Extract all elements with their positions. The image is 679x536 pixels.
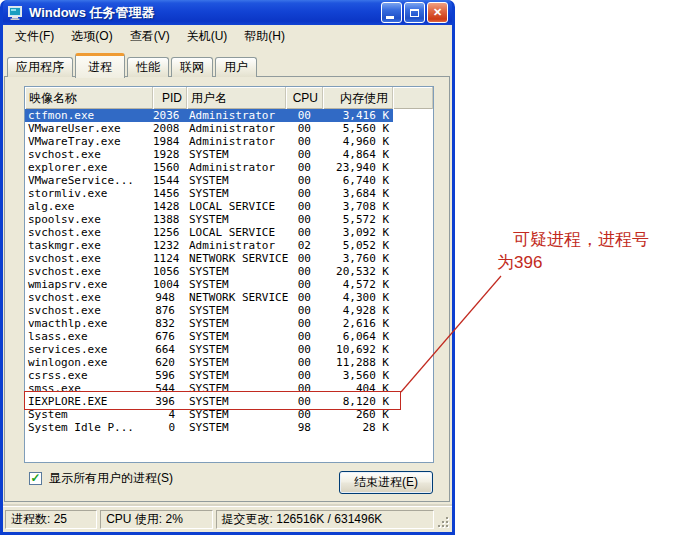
table-row[interactable]: svchost.exe 1256 LOCAL SERVICE 00 3,092 … — [25, 226, 433, 239]
end-process-button[interactable]: 结束进程(E) — [339, 471, 433, 494]
processes-tab-page: 映像名称PID用户名CPU内存使用 ctfmon.exe 2036 Admini… — [4, 76, 450, 502]
status-commit-charge: 提交更改: 126516K / 631496K — [216, 510, 435, 529]
table-row[interactable]: csrss.exe 596 SYSTEM 00 3,560 K — [25, 369, 433, 382]
menu-item[interactable]: 帮助(H) — [237, 26, 295, 47]
cell-extra — [393, 291, 433, 304]
cell-mem-usage: 28 K — [323, 421, 393, 434]
cell-extra — [393, 395, 433, 408]
table-row[interactable]: taskmgr.exe 1232 Administrator 02 5,052 … — [25, 239, 433, 252]
cell-cpu: 00 — [286, 213, 323, 226]
cell-mem-usage: 5,052 K — [323, 239, 393, 252]
minimize-button[interactable] — [381, 2, 402, 23]
column-header[interactable]: 用户名 — [187, 87, 286, 109]
cell-mem-usage: 4,300 K — [323, 291, 393, 304]
tab[interactable]: 联网 — [171, 57, 213, 77]
cell-extra — [393, 356, 433, 369]
cell-user-name: SYSTEM — [187, 330, 286, 343]
table-row[interactable]: svchost.exe 1056 SYSTEM 00 20,532 K — [25, 265, 433, 278]
table-row[interactable]: alg.exe 1428 LOCAL SERVICE 00 3,708 K — [25, 200, 433, 213]
table-row[interactable]: winlogon.exe 620 SYSTEM 00 11,288 K — [25, 356, 433, 369]
table-row[interactable]: System Idle P... 0 SYSTEM 98 28 K — [25, 421, 433, 434]
minimize-icon — [386, 16, 394, 19]
table-row[interactable]: vmacthlp.exe 832 SYSTEM 00 2,616 K — [25, 317, 433, 330]
maximize-icon — [410, 9, 419, 17]
cell-mem-usage: 23,940 K — [323, 161, 393, 174]
cell-pid: 4 — [153, 408, 187, 421]
process-list: 映像名称PID用户名CPU内存使用 ctfmon.exe 2036 Admini… — [24, 86, 434, 463]
table-row[interactable]: lsass.exe 676 SYSTEM 00 6,064 K — [25, 330, 433, 343]
table-row[interactable]: VMwareService... 1544 SYSTEM 00 6,740 K — [25, 174, 433, 187]
menu-item[interactable]: 选项(O) — [64, 26, 122, 47]
cell-user-name: SYSTEM — [187, 148, 286, 161]
cell-pid: 544 — [153, 382, 187, 395]
cell-extra — [393, 343, 433, 356]
cell-mem-usage: 11,288 K — [323, 356, 393, 369]
cell-cpu: 00 — [286, 369, 323, 382]
maximize-button[interactable] — [404, 2, 425, 23]
table-row[interactable]: smss.exe 544 SYSTEM 00 404 K — [25, 382, 433, 395]
cell-user-name: SYSTEM — [187, 356, 286, 369]
cell-pid: 1056 — [153, 265, 187, 278]
menu-item[interactable]: 查看(V) — [123, 26, 180, 47]
table-row[interactable]: explorer.exe 1560 Administrator 00 23,94… — [25, 161, 433, 174]
cell-image-name: vmacthlp.exe — [25, 317, 153, 330]
cell-user-name: SYSTEM — [187, 382, 286, 395]
cell-cpu: 00 — [286, 109, 323, 122]
cell-mem-usage: 2,616 K — [323, 317, 393, 330]
cell-extra — [393, 408, 433, 421]
column-header[interactable]: CPU — [286, 87, 323, 109]
cell-pid: 596 — [153, 369, 187, 382]
cell-cpu: 00 — [286, 135, 323, 148]
tab-strip: 应用程序进程性能联网用户 — [7, 52, 257, 77]
table-row[interactable]: stormliv.exe 1456 SYSTEM 00 3,684 K — [25, 187, 433, 200]
table-row[interactable]: svchost.exe 948 NETWORK SERVICE 00 4,300… — [25, 291, 433, 304]
tab[interactable]: 应用程序 — [7, 57, 73, 77]
table-row[interactable]: svchost.exe 1928 SYSTEM 00 4,864 K — [25, 148, 433, 161]
column-header[interactable]: PID — [153, 87, 187, 109]
cell-image-name: explorer.exe — [25, 161, 153, 174]
cell-cpu: 00 — [286, 304, 323, 317]
cell-mem-usage: 260 K — [323, 408, 393, 421]
cell-pid: 832 — [153, 317, 187, 330]
menu-item[interactable]: 关机(U) — [180, 26, 238, 47]
table-row[interactable]: IEXPLORE.EXE 396 SYSTEM 00 8,120 K — [25, 395, 433, 408]
cell-extra — [393, 161, 433, 174]
close-button[interactable]: ✕ — [427, 2, 448, 23]
cell-mem-usage: 3,708 K — [323, 200, 393, 213]
cell-user-name: SYSTEM — [187, 408, 286, 421]
cell-user-name: SYSTEM — [187, 265, 286, 278]
resize-grip[interactable] — [437, 510, 450, 529]
table-row[interactable]: svchost.exe 876 SYSTEM 00 4,928 K — [25, 304, 433, 317]
table-row[interactable]: ctfmon.exe 2036 Administrator 00 3,416 K — [25, 109, 433, 122]
cell-mem-usage: 4,572 K — [323, 278, 393, 291]
column-header[interactable]: 内存使用 — [323, 87, 393, 109]
table-row[interactable]: System 4 SYSTEM 00 260 K — [25, 408, 433, 421]
cell-mem-usage: 4,864 K — [323, 148, 393, 161]
column-header[interactable] — [393, 87, 433, 109]
table-row[interactable]: spoolsv.exe 1388 SYSTEM 00 5,572 K — [25, 213, 433, 226]
cell-cpu: 00 — [286, 174, 323, 187]
cell-extra — [393, 239, 433, 252]
cell-mem-usage: 10,692 K — [323, 343, 393, 356]
table-row[interactable]: svchost.exe 1124 NETWORK SERVICE 00 3,76… — [25, 252, 433, 265]
cell-image-name: winlogon.exe — [25, 356, 153, 369]
cell-cpu: 00 — [286, 382, 323, 395]
tab[interactable]: 性能 — [127, 57, 169, 77]
table-row[interactable]: VMwareUser.exe 2008 Administrator 00 5,5… — [25, 122, 433, 135]
cell-pid: 1928 — [153, 148, 187, 161]
tab[interactable]: 用户 — [215, 57, 257, 77]
table-row[interactable]: services.exe 664 SYSTEM 00 10,692 K — [25, 343, 433, 356]
table-row[interactable]: wmiapsrv.exe 1004 SYSTEM 00 4,572 K — [25, 278, 433, 291]
cell-user-name: SYSTEM — [187, 213, 286, 226]
cell-cpu: 00 — [286, 226, 323, 239]
cell-mem-usage: 404 K — [323, 382, 393, 395]
show-all-users-checkbox[interactable]: ✓ — [29, 472, 42, 485]
tab[interactable]: 进程 — [75, 53, 125, 78]
cell-cpu: 00 — [286, 148, 323, 161]
table-row[interactable]: VMwareTray.exe 1984 Administrator 00 4,9… — [25, 135, 433, 148]
cell-image-name: svchost.exe — [25, 252, 153, 265]
column-header[interactable]: 映像名称 — [25, 87, 153, 109]
titlebar[interactable]: Windows 任务管理器 ✕ — [3, 0, 452, 25]
menu-item[interactable]: 文件(F) — [8, 26, 64, 47]
cell-pid: 876 — [153, 304, 187, 317]
